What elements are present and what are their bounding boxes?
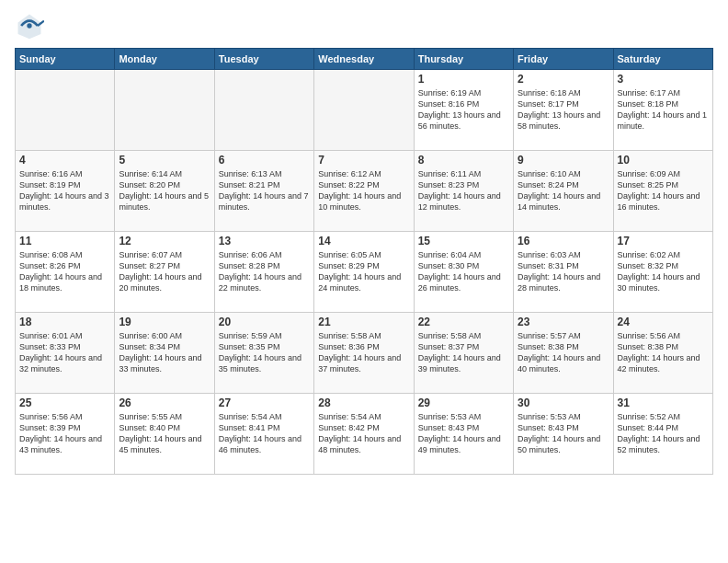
cell-details: Sunrise: 5:56 AMSunset: 8:38 PMDaylight:… — [618, 330, 709, 375]
cell-details: Sunrise: 6:19 AMSunset: 8:16 PMDaylight:… — [418, 87, 509, 132]
calendar-cell: 24Sunrise: 5:56 AMSunset: 8:38 PMDayligh… — [613, 313, 712, 394]
day-number: 22 — [418, 316, 509, 328]
day-number: 29 — [418, 396, 509, 409]
day-number: 17 — [618, 235, 709, 247]
calendar-cell: 20Sunrise: 5:59 AMSunset: 8:35 PMDayligh… — [214, 313, 313, 394]
day-number: 10 — [618, 154, 709, 167]
calendar-cell: 23Sunrise: 5:57 AMSunset: 8:38 PMDayligh… — [514, 313, 613, 394]
cell-details: Sunrise: 5:57 AMSunset: 8:38 PMDaylight:… — [518, 330, 609, 375]
cell-details: Sunrise: 6:17 AMSunset: 8:18 PMDaylight:… — [618, 87, 709, 132]
calendar-cell: 30Sunrise: 5:53 AMSunset: 8:43 PMDayligh… — [514, 394, 613, 475]
day-number: 28 — [318, 396, 409, 409]
col-monday: Monday — [115, 49, 214, 70]
cell-details: Sunrise: 5:59 AMSunset: 8:35 PMDaylight:… — [219, 330, 310, 375]
day-number: 4 — [19, 154, 110, 167]
calendar-cell — [314, 70, 414, 151]
day-number: 23 — [518, 316, 609, 328]
day-number: 21 — [318, 316, 409, 328]
calendar-cell: 21Sunrise: 5:58 AMSunset: 8:36 PMDayligh… — [314, 313, 414, 394]
day-number: 12 — [119, 235, 210, 247]
day-number: 6 — [219, 154, 310, 167]
day-number: 31 — [618, 396, 709, 409]
cell-details: Sunrise: 6:03 AMSunset: 8:31 PMDaylight:… — [518, 249, 609, 294]
cell-details: Sunrise: 6:04 AMSunset: 8:30 PMDaylight:… — [418, 249, 509, 294]
page: Sunday Monday Tuesday Wednesday Thursday… — [0, 0, 728, 563]
logo-icon — [15, 11, 44, 40]
calendar-cell: 8Sunrise: 6:11 AMSunset: 8:23 PMDaylight… — [414, 151, 513, 232]
calendar-cell: 3Sunrise: 6:17 AMSunset: 8:18 PMDaylight… — [613, 70, 712, 151]
calendar-cell: 7Sunrise: 6:12 AMSunset: 8:22 PMDaylight… — [314, 151, 414, 232]
day-number: 24 — [618, 316, 709, 328]
calendar-cell: 16Sunrise: 6:03 AMSunset: 8:31 PMDayligh… — [514, 232, 613, 313]
day-number: 2 — [518, 73, 609, 86]
header — [15, 11, 713, 40]
day-number: 3 — [618, 73, 709, 86]
col-sunday: Sunday — [16, 49, 115, 70]
day-number: 19 — [119, 316, 210, 328]
cell-details: Sunrise: 6:08 AMSunset: 8:26 PMDaylight:… — [19, 249, 110, 294]
calendar-cell: 11Sunrise: 6:08 AMSunset: 8:26 PMDayligh… — [16, 232, 115, 313]
calendar-cell: 14Sunrise: 6:05 AMSunset: 8:29 PMDayligh… — [314, 232, 414, 313]
day-number: 11 — [19, 235, 110, 247]
calendar-week-1: 1Sunrise: 6:19 AMSunset: 8:16 PMDaylight… — [16, 70, 713, 151]
cell-details: Sunrise: 6:06 AMSunset: 8:28 PMDaylight:… — [219, 249, 310, 294]
cell-details: Sunrise: 6:01 AMSunset: 8:33 PMDaylight:… — [19, 330, 110, 375]
day-number: 26 — [119, 396, 210, 409]
cell-details: Sunrise: 6:14 AMSunset: 8:20 PMDaylight:… — [119, 168, 210, 213]
cell-details: Sunrise: 5:54 AMSunset: 8:41 PMDaylight:… — [219, 411, 310, 456]
calendar-cell: 28Sunrise: 5:54 AMSunset: 8:42 PMDayligh… — [314, 394, 414, 475]
calendar-cell: 19Sunrise: 6:00 AMSunset: 8:34 PMDayligh… — [115, 313, 214, 394]
calendar-cell: 9Sunrise: 6:10 AMSunset: 8:24 PMDaylight… — [514, 151, 613, 232]
calendar-cell: 29Sunrise: 5:53 AMSunset: 8:43 PMDayligh… — [414, 394, 513, 475]
day-number: 25 — [19, 396, 110, 409]
cell-details: Sunrise: 5:58 AMSunset: 8:37 PMDaylight:… — [418, 330, 509, 375]
calendar-table: Sunday Monday Tuesday Wednesday Thursday… — [15, 48, 713, 475]
cell-details: Sunrise: 6:12 AMSunset: 8:22 PMDaylight:… — [318, 168, 409, 213]
cell-details: Sunrise: 6:18 AMSunset: 8:17 PMDaylight:… — [518, 87, 609, 132]
calendar-cell: 22Sunrise: 5:58 AMSunset: 8:37 PMDayligh… — [414, 313, 513, 394]
cell-details: Sunrise: 6:10 AMSunset: 8:24 PMDaylight:… — [518, 168, 609, 213]
col-friday: Friday — [514, 49, 613, 70]
calendar-cell: 15Sunrise: 6:04 AMSunset: 8:30 PMDayligh… — [414, 232, 513, 313]
cell-details: Sunrise: 6:00 AMSunset: 8:34 PMDaylight:… — [119, 330, 210, 375]
calendar-cell — [16, 70, 115, 151]
cell-details: Sunrise: 6:13 AMSunset: 8:21 PMDaylight:… — [219, 168, 310, 213]
col-saturday: Saturday — [613, 49, 712, 70]
cell-details: Sunrise: 5:54 AMSunset: 8:42 PMDaylight:… — [318, 411, 409, 456]
col-tuesday: Tuesday — [214, 49, 313, 70]
col-wednesday: Wednesday — [314, 49, 414, 70]
calendar-cell: 18Sunrise: 6:01 AMSunset: 8:33 PMDayligh… — [16, 313, 115, 394]
col-thursday: Thursday — [414, 49, 513, 70]
day-number: 9 — [518, 154, 609, 167]
day-number: 16 — [518, 235, 609, 247]
day-number: 7 — [318, 154, 409, 167]
cell-details: Sunrise: 5:52 AMSunset: 8:44 PMDaylight:… — [618, 411, 709, 456]
calendar-header-row: Sunday Monday Tuesday Wednesday Thursday… — [16, 49, 713, 70]
calendar-week-4: 18Sunrise: 6:01 AMSunset: 8:33 PMDayligh… — [16, 313, 713, 394]
calendar-cell: 25Sunrise: 5:56 AMSunset: 8:39 PMDayligh… — [16, 394, 115, 475]
calendar-cell: 27Sunrise: 5:54 AMSunset: 8:41 PMDayligh… — [214, 394, 313, 475]
cell-details: Sunrise: 6:16 AMSunset: 8:19 PMDaylight:… — [19, 168, 110, 213]
cell-details: Sunrise: 5:56 AMSunset: 8:39 PMDaylight:… — [19, 411, 110, 456]
calendar-cell: 10Sunrise: 6:09 AMSunset: 8:25 PMDayligh… — [613, 151, 712, 232]
day-number: 15 — [418, 235, 509, 247]
day-number: 8 — [418, 154, 509, 167]
calendar-cell: 2Sunrise: 6:18 AMSunset: 8:17 PMDaylight… — [514, 70, 613, 151]
day-number: 14 — [318, 235, 409, 247]
calendar-cell: 13Sunrise: 6:06 AMSunset: 8:28 PMDayligh… — [214, 232, 313, 313]
cell-details: Sunrise: 6:07 AMSunset: 8:27 PMDaylight:… — [119, 249, 210, 294]
calendar-cell: 17Sunrise: 6:02 AMSunset: 8:32 PMDayligh… — [613, 232, 712, 313]
cell-details: Sunrise: 6:05 AMSunset: 8:29 PMDaylight:… — [318, 249, 409, 294]
day-number: 1 — [418, 73, 509, 86]
calendar-cell: 6Sunrise: 6:13 AMSunset: 8:21 PMDaylight… — [214, 151, 313, 232]
calendar-week-2: 4Sunrise: 6:16 AMSunset: 8:19 PMDaylight… — [16, 151, 713, 232]
day-number: 5 — [119, 154, 210, 167]
calendar-cell: 1Sunrise: 6:19 AMSunset: 8:16 PMDaylight… — [414, 70, 513, 151]
day-number: 27 — [219, 396, 310, 409]
calendar-cell — [115, 70, 214, 151]
calendar-week-3: 11Sunrise: 6:08 AMSunset: 8:26 PMDayligh… — [16, 232, 713, 313]
cell-details: Sunrise: 6:09 AMSunset: 8:25 PMDaylight:… — [618, 168, 709, 213]
day-number: 20 — [219, 316, 310, 328]
cell-details: Sunrise: 5:55 AMSunset: 8:40 PMDaylight:… — [119, 411, 210, 456]
cell-details: Sunrise: 6:11 AMSunset: 8:23 PMDaylight:… — [418, 168, 509, 213]
